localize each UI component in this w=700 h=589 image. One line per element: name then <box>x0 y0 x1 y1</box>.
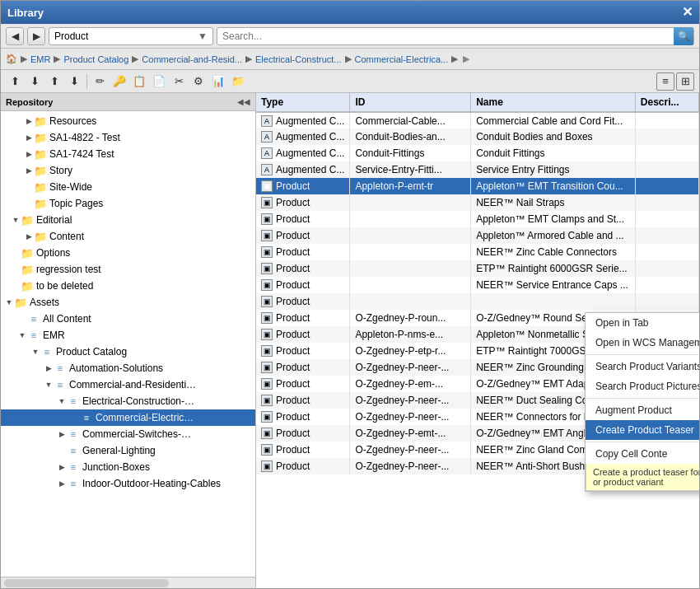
tree-item-emr[interactable]: ▼ ≡ EMR <box>1 327 255 344</box>
tree-item-junction-boxes[interactable]: ▶ ≡ Junction-Boxes <box>1 459 255 475</box>
toolbar-key-btn[interactable]: 🔑 <box>110 72 128 91</box>
col-header-descri[interactable]: Descri... <box>635 93 698 112</box>
tree-item-sa1-4822[interactable]: ▶ 📁 SA1-4822 - Test <box>1 129 255 146</box>
tree-item-commercial-residential[interactable]: ▼ ≡ Commercial-and-Residential-Solutior <box>1 376 255 393</box>
tree-item-story[interactable]: ▶ 📁 Story <box>1 162 255 179</box>
table-row[interactable]: ▣ProductNEER™ Zinc Cable Connectors <box>256 244 699 260</box>
tree-toggle-product-catalog[interactable]: ▼ <box>30 347 40 357</box>
tree-item-automation-solutions[interactable]: ▶ ≡ Automation-Solutions <box>1 360 255 376</box>
list-view-button[interactable]: ≡ <box>656 72 674 91</box>
toolbar-cut-btn[interactable]: ✂ <box>170 72 188 91</box>
tree-item-all-content[interactable]: ≡ All Content <box>1 311 255 327</box>
tree-item-general-lighting[interactable]: ≡ General-Lighting <box>1 442 255 459</box>
row-type-icon: ▣ <box>261 444 273 456</box>
left-panel-horizontal-scrollbar[interactable] <box>4 579 169 587</box>
context-menu-open-wcs[interactable]: Open in WCS Management <box>586 333 699 353</box>
tree-item-content[interactable]: ▶ 📁 Content <box>1 228 255 245</box>
tree-toggle-automation[interactable]: ▶ <box>44 363 54 373</box>
panel-collapse-button[interactable]: ◀◀ <box>237 97 250 106</box>
tree-toggle-assets[interactable]: ▼ <box>4 297 14 307</box>
tree-toggle-content[interactable]: ▶ <box>24 231 34 241</box>
toolbar-folder-btn[interactable]: 📁 <box>229 72 247 91</box>
toolbar-btn-1[interactable]: ⬆ <box>45 72 63 91</box>
tree-toggle-commercial-residential[interactable]: ▼ <box>44 380 54 390</box>
table-row[interactable]: AAugmented C...Conduit-Bodies-an...Condu… <box>256 129 699 145</box>
table-row[interactable]: ▣ProductNEER™ Service Entrance Caps ... <box>256 277 699 293</box>
cell-id: O-Zgedney-P-neer-... <box>350 392 471 409</box>
toolbar-chart-btn[interactable]: 📊 <box>209 72 227 91</box>
tree-item-editorial[interactable]: ▼ 📁 Editorial <box>1 212 255 228</box>
tree-toggle-electrical-construction[interactable]: ▼ <box>57 396 67 406</box>
col-header-name[interactable]: Name <box>471 93 636 112</box>
table-row[interactable]: ▣ProductAppleton™ EMT Clamps and St... <box>256 211 699 227</box>
toolbar-copy-btn[interactable]: 📋 <box>130 72 148 91</box>
toolbar-edit-btn[interactable]: ✏ <box>91 72 109 91</box>
cell-descri <box>635 178 698 194</box>
row-type-icon: ▣ <box>261 428 273 439</box>
row-type-icon: ▣ <box>261 378 273 390</box>
tree-toggle-commercial-switches[interactable]: ▶ <box>57 429 67 439</box>
table-row[interactable]: ▣ProductAppleton™ Armored Cable and ... <box>256 227 699 244</box>
tree-toggle-resources[interactable]: ▶ <box>24 116 34 126</box>
toolbar-paste-btn[interactable]: 📄 <box>150 72 168 91</box>
tree-toggle-sa1-7424[interactable]: ▶ <box>24 149 34 159</box>
tree-toggle-editorial[interactable]: ▼ <box>11 215 21 225</box>
context-menu-search-pictures[interactable]: Search Product Pictures <box>586 376 699 396</box>
tree-toggle-sa1-4822[interactable]: ▶ <box>24 133 34 143</box>
breadcrumb-commercial-resid[interactable]: Commercial-and-Resid... <box>142 54 242 64</box>
cell-name <box>471 293 636 310</box>
table-row[interactable]: ▣Product <box>256 293 699 310</box>
table-row[interactable]: ▣ProductAppleton-P-emt-trAppleton™ EMT T… <box>256 178 699 194</box>
tree-item-electrical-construction[interactable]: ▼ ≡ Electrical-Construction-Materials- <box>1 393 255 409</box>
tree-item-assets[interactable]: ▼ 📁 Assets <box>1 294 255 311</box>
cell-type-text: Product <box>276 428 310 439</box>
tree-item-resources[interactable]: ▶ 📁 Resources <box>1 113 255 129</box>
tree-item-topic-pages[interactable]: 📁 Topic Pages <box>1 195 255 212</box>
toolbar-move-up-btn[interactable]: ⬆ <box>6 72 24 91</box>
tree-label-commercial-residential: Commercial-and-Residential-Solutior <box>69 379 201 390</box>
table-row[interactable]: AAugmented C...Conduit-FittingsConduit F… <box>256 145 699 161</box>
breadcrumb-product-catalog[interactable]: Product Catalog <box>63 54 128 64</box>
tree-toggle-junction-boxes[interactable]: ▶ <box>57 462 67 472</box>
table-row[interactable]: ▣ProductNEER™ Nail Straps <box>256 194 699 211</box>
toolbar-settings-btn[interactable]: ⚙ <box>189 72 208 91</box>
cell-type: ▣Product <box>256 359 350 376</box>
tree-toggle-indoor-outdoor[interactable]: ▶ <box>57 479 67 488</box>
breadcrumb-electrical-construct[interactable]: Electrical-Construct... <box>255 54 342 64</box>
col-header-id[interactable]: ID <box>350 93 471 112</box>
toolbar-btn-2[interactable]: ⬇ <box>65 72 83 91</box>
close-button[interactable]: ✕ <box>682 6 693 19</box>
tree-item-commercial-switches[interactable]: ▶ ≡ Commercial-Switches-Outlet-E <box>1 426 255 442</box>
breadcrumb-commercial-electrica[interactable]: Commercial-Electrica... <box>355 54 449 64</box>
back-button[interactable]: ◀ <box>6 27 24 45</box>
search-input[interactable] <box>222 30 670 42</box>
table-row[interactable]: ▣ProductETP™ Raintight 6000GSR Serie... <box>256 260 699 277</box>
forward-button[interactable]: ▶ <box>27 27 45 45</box>
tree-item-commercial-electrical-fittings[interactable]: ≡ Commercial-Electrical-Fittings <box>1 409 255 426</box>
toolbar-move-down-btn[interactable]: ⬇ <box>26 72 44 91</box>
tree-toggle-story[interactable]: ▶ <box>24 166 34 175</box>
tree-item-sa1-7424[interactable]: ▶ 📁 SA1-7424 Test <box>1 146 255 162</box>
tree-item-indoor-outdoor-heating[interactable]: ▶ ≡ Indoor-Outdoor-Heating-Cables <box>1 475 255 492</box>
breadcrumb-emr[interactable]: EMR <box>30 54 50 64</box>
col-header-type[interactable]: Type <box>256 93 350 112</box>
table-row[interactable]: AAugmented C...Commercial-Cable...Commer… <box>256 112 699 129</box>
folder-icon-site-wide: 📁 <box>34 180 47 194</box>
cell-type-text: Product <box>276 444 310 456</box>
context-menu-search-variants[interactable]: Search Product Variants <box>586 357 699 376</box>
context-menu-copy-cell[interactable]: Copy Cell Conte <box>586 444 699 464</box>
tree-item-regression[interactable]: 📁 regression test <box>1 261 255 278</box>
table-row[interactable]: AAugmented C...Service-Entry-Fitti...Ser… <box>256 161 699 178</box>
cell-id <box>350 194 471 211</box>
context-menu-augment-product[interactable]: Augment Product <box>586 400 699 420</box>
tree-toggle-emr[interactable]: ▼ <box>17 330 27 340</box>
context-menu-create-teaser[interactable]: Create Product Teaser <box>586 420 699 440</box>
context-menu-open-tab[interactable]: Open in Tab <box>586 313 699 333</box>
tree-item-product-catalog[interactable]: ▼ ≡ Product Catalog <box>1 344 255 360</box>
grid-view-button[interactable]: ⊞ <box>676 72 694 91</box>
tree-item-options[interactable]: 📁 Options <box>1 245 255 261</box>
search-button[interactable]: 🔍 <box>674 27 693 45</box>
tree-item-to-be-deleted[interactable]: 📁 to be deleted <box>1 278 255 294</box>
location-dropdown[interactable]: Product ▼ <box>49 27 213 45</box>
tree-item-site-wide[interactable]: 📁 Site-Wide <box>1 179 255 195</box>
